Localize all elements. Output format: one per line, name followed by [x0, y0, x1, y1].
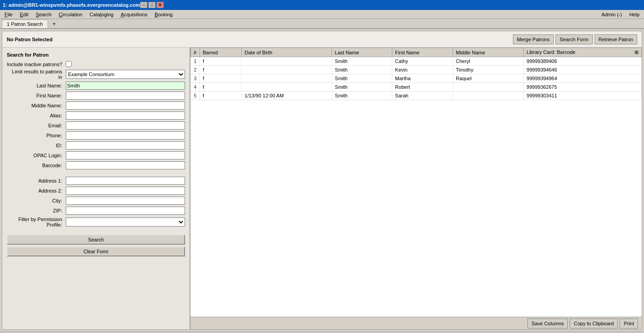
- alias-input[interactable]: [66, 111, 185, 120]
- tab-add-button[interactable]: +: [49, 19, 60, 28]
- table-row[interactable]: 2 f Smith Kevin Timothy 99999394646: [191, 66, 642, 74]
- cell-lastname: Smith: [332, 83, 392, 92]
- search-button[interactable]: Search: [7, 235, 185, 245]
- cell-firstname: Cathy: [392, 57, 453, 66]
- zip-label: ZIP:: [7, 208, 66, 213]
- results-table-wrapper[interactable]: # Barred Date of Birth Last Name First N…: [190, 48, 642, 317]
- menu-edit[interactable]: Edit: [16, 11, 32, 18]
- col-barcode[interactable]: Library Card: Barcode ⊞: [524, 48, 642, 57]
- col-firstname[interactable]: First Name: [392, 48, 453, 57]
- col-barred[interactable]: Barred: [200, 48, 242, 57]
- cell-firstname: Sarah: [392, 92, 453, 100]
- menu-booking[interactable]: Booking: [151, 11, 176, 18]
- cell-barred: f: [200, 83, 242, 92]
- cell-num: 1: [191, 57, 200, 66]
- permission-profile-select[interactable]: [66, 217, 185, 227]
- col-dob[interactable]: Date of Birth: [242, 48, 332, 57]
- minimize-button[interactable]: ─: [140, 2, 147, 8]
- menu-admin[interactable]: Admin (-): [598, 11, 625, 18]
- opac-login-label: OPAC Login:: [7, 153, 66, 158]
- id-label: ID:: [7, 143, 66, 148]
- barcode-input[interactable]: [66, 161, 185, 169]
- no-patron-label: No Patron Selected: [7, 37, 513, 42]
- menu-bar: File Edit Search Circulation Cataloging …: [0, 10, 644, 19]
- address1-input[interactable]: [66, 177, 185, 185]
- menu-search[interactable]: Search: [32, 11, 55, 18]
- address2-label: Address 2:: [7, 188, 66, 193]
- table-row[interactable]: 5 f 1/13/90 12:00 AM Smith Sarah 9999930…: [191, 92, 642, 100]
- patron-header: No Patron Selected Merge Patrons Search …: [2, 31, 642, 48]
- menu-circulation[interactable]: Circulation: [55, 11, 86, 18]
- clear-form-button[interactable]: Clear Form: [7, 246, 185, 256]
- copy-clipboard-button[interactable]: Copy to Clipboard: [570, 319, 618, 328]
- table-row[interactable]: 1 f Smith Cathy Cheryl 99999389406: [191, 57, 642, 66]
- menu-cataloging[interactable]: Cataloging: [86, 11, 117, 18]
- search-form-title: Search for Patron: [7, 52, 185, 58]
- merge-patrons-button[interactable]: Merge Patrons: [513, 34, 554, 44]
- cell-lastname: Smith: [332, 57, 392, 66]
- close-button[interactable]: ✕: [156, 2, 164, 8]
- cell-lastname: Smith: [332, 74, 392, 83]
- cell-barcode: 99999394964: [524, 74, 642, 83]
- first-name-row: First Name:: [7, 92, 185, 100]
- last-name-label: Last Name:: [7, 83, 66, 88]
- middle-name-label: Middle Name:: [7, 103, 66, 108]
- zip-input[interactable]: [66, 207, 185, 215]
- save-columns-button[interactable]: Save Columns: [527, 319, 568, 328]
- retrieve-patron-button[interactable]: Retrieve Patron: [595, 34, 637, 44]
- main-content: No Patron Selected Merge Patrons Search …: [2, 31, 642, 330]
- first-name-input[interactable]: [66, 92, 185, 100]
- cell-lastname: Smith: [332, 66, 392, 74]
- limit-results-select[interactable]: Example Consortium: [66, 70, 185, 79]
- phone-label: Phone:: [7, 133, 66, 138]
- cell-num: 5: [191, 92, 200, 100]
- tab-patron-search[interactable]: 1 Patron Search: [2, 19, 48, 28]
- email-input[interactable]: [66, 121, 185, 130]
- table-row[interactable]: 3 f Smith Martha Raquel 99999394964: [191, 74, 642, 83]
- print-button[interactable]: Print: [620, 319, 638, 328]
- cell-barcode: 99999303411: [524, 92, 642, 100]
- id-input[interactable]: [66, 141, 185, 150]
- city-input[interactable]: [66, 197, 185, 205]
- include-inactive-checkbox[interactable]: [66, 61, 72, 67]
- opac-login-input[interactable]: [66, 151, 185, 159]
- last-name-input[interactable]: [66, 82, 185, 90]
- body-area: Search for Patron Include inactive patro…: [2, 48, 642, 329]
- menu-acquisitions[interactable]: Acquisitions: [117, 11, 151, 18]
- permission-profile-row: Filter by Permission Profile:: [7, 217, 185, 227]
- limit-results-label: Limit results to patrons in: [7, 69, 66, 80]
- maximize-button[interactable]: □: [148, 2, 156, 8]
- col-lastname[interactable]: Last Name: [332, 48, 392, 57]
- cell-num: 4: [191, 83, 200, 92]
- cell-dob: [242, 57, 332, 66]
- header-buttons: Merge Patrons Search Form Retrieve Patro…: [513, 34, 637, 44]
- search-form-button[interactable]: Search Form: [556, 34, 593, 44]
- cell-dob: [242, 74, 332, 83]
- zip-row: ZIP:: [7, 207, 185, 215]
- cell-num: 2: [191, 66, 200, 74]
- cell-middlename: Timothy: [453, 66, 524, 74]
- menu-file[interactable]: File: [1, 11, 16, 18]
- middle-name-input[interactable]: [66, 101, 185, 110]
- opac-login-row: OPAC Login:: [7, 151, 185, 159]
- search-panel: Search for Patron Include inactive patro…: [2, 48, 190, 329]
- table-row[interactable]: 4 f Smith Robert 99999362675: [191, 83, 642, 92]
- cell-dob: [242, 83, 332, 92]
- barcode-row: Barcode:: [7, 161, 185, 169]
- email-row: Email:: [7, 121, 185, 130]
- cell-barcode: 99999362675: [524, 83, 642, 92]
- alias-row: Alias:: [7, 111, 185, 120]
- menu-help[interactable]: Help: [625, 11, 643, 18]
- barcode-label: Barcode:: [7, 163, 66, 168]
- cell-middlename: [453, 92, 524, 100]
- form-buttons: Search Clear Form: [7, 235, 185, 256]
- address1-label: Address 1:: [7, 178, 66, 183]
- col-expand-icon[interactable]: ⊞: [634, 49, 639, 55]
- col-num[interactable]: #: [191, 48, 200, 57]
- phone-input[interactable]: [66, 131, 185, 140]
- id-row: ID:: [7, 141, 185, 150]
- cell-firstname: Robert: [392, 83, 453, 92]
- address2-input[interactable]: [66, 187, 185, 195]
- cell-num: 3: [191, 74, 200, 83]
- col-middlename[interactable]: Middle Name: [453, 48, 524, 57]
